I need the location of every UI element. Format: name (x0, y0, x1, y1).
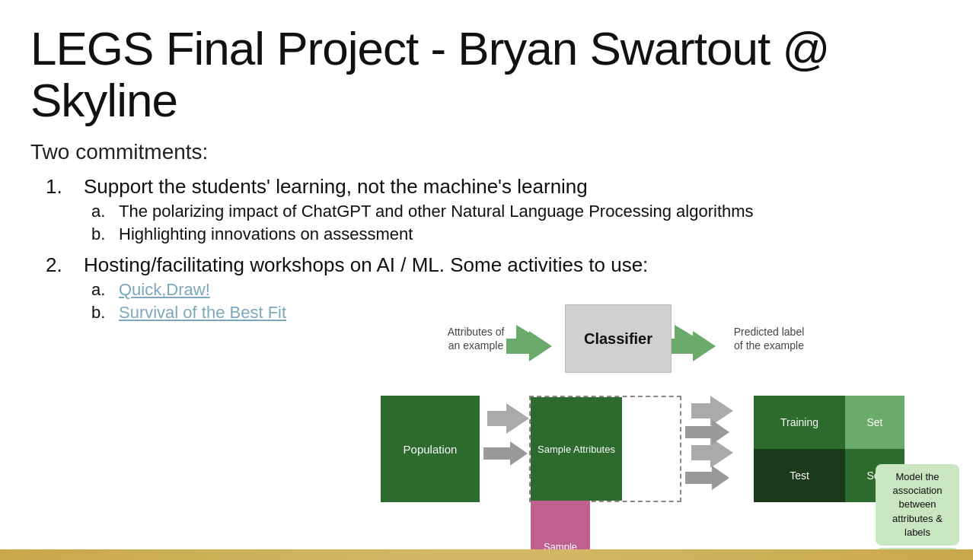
bottom-bar (0, 549, 973, 560)
list-item-1-content: Support the students' learning, not the … (84, 175, 754, 247)
page-title: LEGS Final Project - Bryan Swartout @ Sk… (30, 23, 943, 126)
arrow-green-1 (516, 325, 562, 352)
alpha-b: b. (91, 224, 119, 244)
survival-link[interactable]: Survival of the Best Fit (119, 303, 286, 323)
subtitle: Two commitments: (30, 140, 943, 164)
arrow-sample-training (685, 418, 731, 446)
population-box: Population (381, 396, 480, 502)
ml-diagram: Attributes of an example Classifier Pred… (381, 297, 959, 533)
svg-marker-1 (685, 420, 729, 444)
sample-box: Sample Attributes Sample Labels (529, 396, 681, 502)
alpha-2a: a. (91, 280, 119, 300)
pipeline-section: Population Sample Attributes Sample Labe… (381, 380, 959, 533)
sample-attributes-box: Sample Attributes (531, 397, 622, 501)
test-box: Test (754, 449, 845, 502)
training-box: Training (754, 396, 845, 449)
list-num-1: 1. (46, 175, 84, 199)
list-num-2: 2. (46, 253, 84, 277)
classifier-section: Attributes of an example Classifier Pred… (442, 297, 959, 380)
training-set-box: Set (845, 396, 904, 449)
list-item-1: 1. Support the students' learning, not t… (46, 175, 943, 247)
alpha-2b: b. (91, 303, 119, 323)
sub-list-1: a. The polarizing impact of ChatGPT and … (91, 202, 754, 244)
svg-marker-2 (685, 466, 729, 490)
callout-model: Model the association between attributes… (876, 464, 959, 546)
attributes-label: Attributes of an example (442, 325, 510, 352)
classifier-box: Classifier (565, 304, 672, 373)
arrow-sample-test (685, 464, 731, 492)
arrow-green-2 (675, 325, 720, 352)
slide: LEGS Final Project - Bryan Swartout @ Sk… (0, 0, 973, 560)
svg-marker-0 (483, 441, 528, 466)
training-row: Training Set (754, 396, 906, 449)
alpha-a: a. (91, 202, 119, 221)
sub-list-1-item-b: b. Highlighting innovations on assessmen… (91, 224, 754, 244)
quick-draw-link[interactable]: Quick,Draw! (119, 280, 210, 300)
sub-list-1-item-a: a. The polarizing impact of ChatGPT and … (91, 202, 754, 221)
arrow-pop-sample (483, 440, 529, 467)
predicted-label: Predicted label of the example (731, 325, 807, 352)
